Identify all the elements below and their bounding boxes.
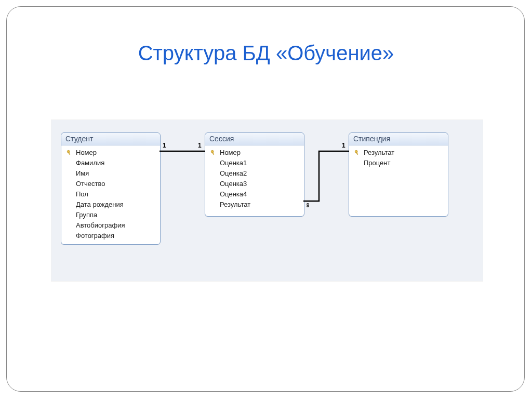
field-label: Отчество bbox=[74, 179, 105, 189]
table-session-header: Сессия bbox=[205, 133, 304, 145]
table-row: Фотография bbox=[61, 231, 160, 241]
table-stipend-body: Результат Процент bbox=[349, 145, 448, 171]
field-label: Результат bbox=[218, 200, 250, 209]
field-label: Фамилия bbox=[74, 158, 104, 168]
field-label: Результат bbox=[362, 148, 394, 157]
field-label: Оценка3 bbox=[218, 179, 247, 189]
field-label: Оценка1 bbox=[218, 158, 247, 168]
slide-title: Структура БД «Обучение» bbox=[0, 42, 532, 65]
table-row: Оценка1 bbox=[205, 158, 304, 168]
svg-point-4 bbox=[355, 150, 357, 153]
table-student: Студент Номер Фамилия Имя Отчество Пол Д… bbox=[61, 132, 161, 245]
svg-rect-1 bbox=[68, 152, 70, 155]
table-row: Оценка3 bbox=[205, 179, 304, 189]
svg-rect-3 bbox=[212, 152, 214, 155]
table-row: Автобиография bbox=[61, 220, 160, 231]
relation-label-right: 1 bbox=[342, 142, 345, 149]
table-row: Процент bbox=[349, 158, 448, 168]
relation-label-right: 1 bbox=[198, 142, 202, 149]
field-label: Пол bbox=[74, 190, 88, 199]
field-label: Процент bbox=[362, 158, 390, 168]
table-stipend: Стипендия Результат Процент bbox=[349, 132, 448, 217]
table-row: Дата рождения bbox=[61, 200, 160, 210]
table-row: Фамилия bbox=[61, 158, 160, 168]
table-row: Отчество bbox=[61, 179, 160, 189]
table-row: Номер bbox=[61, 148, 160, 158]
relation-session-stipend bbox=[303, 146, 349, 208]
key-icon bbox=[65, 150, 74, 156]
table-row: Группа bbox=[61, 210, 160, 220]
svg-rect-5 bbox=[356, 152, 358, 155]
table-row: Номер bbox=[205, 148, 304, 158]
diagram-canvas: Студент Номер Фамилия Имя Отчество Пол Д… bbox=[51, 119, 483, 282]
relation-label-left: ∞ bbox=[304, 203, 312, 208]
table-row: Пол bbox=[61, 189, 160, 200]
field-label: Номер bbox=[74, 148, 97, 157]
field-label: Автобиография bbox=[74, 221, 125, 230]
field-label: Дата рождения bbox=[74, 200, 124, 209]
table-row: Результат bbox=[349, 148, 448, 158]
key-icon bbox=[353, 150, 362, 156]
field-label: Номер bbox=[218, 148, 241, 157]
table-stipend-header: Стипендия bbox=[349, 133, 448, 145]
field-label: Оценка2 bbox=[218, 169, 247, 178]
relation-label-left: 1 bbox=[163, 142, 166, 149]
table-student-body: Номер Фамилия Имя Отчество Пол Дата рожд… bbox=[61, 145, 160, 244]
table-row: Оценка2 bbox=[205, 168, 304, 179]
relation-student-session bbox=[159, 149, 205, 154]
field-label: Группа bbox=[74, 210, 97, 220]
svg-point-2 bbox=[211, 150, 214, 153]
field-label: Имя bbox=[74, 169, 89, 178]
table-session: Сессия Номер Оценка1 Оценка2 Оценка3 Оце… bbox=[205, 132, 304, 217]
field-label: Оценка4 bbox=[218, 190, 247, 199]
table-student-header: Студент bbox=[61, 133, 160, 145]
table-row: Оценка4 bbox=[205, 189, 304, 200]
table-row: Результат bbox=[205, 200, 304, 210]
svg-point-0 bbox=[67, 150, 70, 153]
key-icon bbox=[209, 150, 218, 156]
table-session-body: Номер Оценка1 Оценка2 Оценка3 Оценка4 Ре… bbox=[205, 145, 304, 213]
table-row: Имя bbox=[61, 168, 160, 179]
field-label: Фотография bbox=[74, 231, 114, 241]
